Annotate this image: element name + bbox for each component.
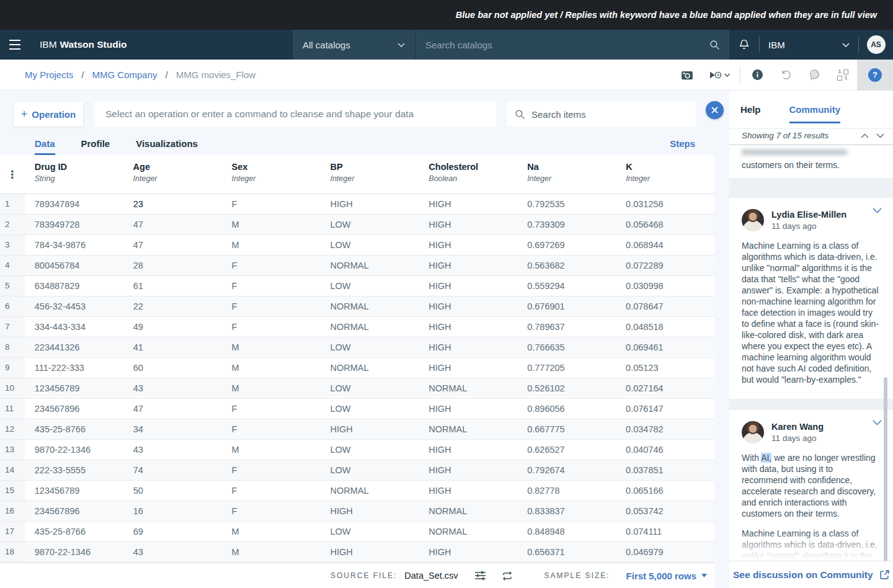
table-cell: HIGH — [320, 542, 419, 562]
tab-community[interactable]: Community — [789, 91, 841, 128]
table-cell: F — [222, 317, 321, 337]
breadcrumb-separator: / — [166, 69, 168, 80]
notifications-icon[interactable] — [729, 30, 759, 60]
table-cell: 0.069461 — [616, 337, 714, 357]
catalog-selector[interactable]: All catalogs — [293, 30, 415, 60]
table-cell: 47 — [123, 235, 222, 255]
tab-help[interactable]: Help — [740, 91, 761, 128]
row-number: 18 — [0, 542, 25, 562]
table-footer: SOURCE FILE: Data_Set.csv SAMPLE SIZE: F… — [0, 563, 714, 588]
table-cell: 60 — [123, 358, 222, 378]
table-cell: LOW — [320, 399, 419, 419]
chevron-down-icon[interactable] — [873, 420, 882, 425]
breadcrumb-my-projects[interactable]: My Projects — [25, 69, 73, 80]
table-cell: NORMAL — [419, 522, 517, 541]
row-number: 3 — [0, 235, 25, 255]
table-cell: HIGH — [419, 481, 517, 501]
run-history-icon[interactable] — [701, 60, 737, 91]
command-input[interactable] — [94, 102, 496, 127]
search-icon[interactable] — [700, 30, 729, 60]
search-items-box — [507, 102, 696, 127]
table-cell: 0.068944 — [616, 235, 714, 255]
settings-adjust-icon[interactable] — [474, 571, 486, 581]
comments-icon[interactable] — [800, 60, 829, 91]
chevron-down-icon[interactable] — [873, 208, 882, 213]
table-cell: F — [222, 460, 321, 480]
table-cell: M — [222, 542, 321, 562]
snapshot-icon[interactable] — [673, 60, 701, 91]
row-number: 6 — [0, 296, 25, 316]
user-avatar[interactable]: AS — [859, 35, 893, 54]
column-header[interactable]: KInteger — [616, 155, 714, 194]
table-cell: F — [222, 501, 321, 521]
overflow-menu-icon[interactable]: ⋮ — [0, 155, 25, 194]
table-cell: HIGH — [419, 194, 517, 214]
repeat-icon[interactable] — [501, 571, 513, 581]
table-cell: HIGH — [419, 460, 517, 480]
scrollbar-thumb[interactable] — [884, 377, 887, 561]
table-cell: M — [222, 378, 321, 398]
tab-visualizations[interactable]: Visualizations — [136, 131, 198, 155]
undo-icon[interactable] — [771, 60, 800, 91]
table-cell: 0.667775 — [517, 419, 616, 439]
tab-data[interactable]: Data — [35, 131, 55, 155]
breadcrumb-project[interactable]: MMG Company — [92, 69, 158, 80]
row-number: 9 — [0, 358, 25, 378]
steps-link[interactable]: Steps — [670, 138, 695, 149]
column-header[interactable]: CholesterolBoolean — [419, 155, 517, 194]
community-discussion-link[interactable]: See discussion on Community — [733, 569, 873, 581]
tab-profile[interactable]: Profile — [81, 131, 110, 155]
add-operation-button[interactable]: + Operation — [14, 102, 83, 127]
info-icon[interactable] — [743, 60, 771, 91]
account-switcher[interactable]: IBM — [760, 40, 858, 50]
table-cell: 0.792535 — [517, 194, 616, 214]
table-cell: 0.065166 — [616, 481, 714, 501]
column-header[interactable]: SexInteger — [222, 155, 321, 194]
table-cell: 74 — [123, 460, 222, 480]
table-row: 563488782961FLOWHIGH0.5592940.030998 — [0, 276, 714, 296]
column-header[interactable]: Drug IDString — [25, 155, 123, 194]
table-cell: HIGH — [419, 317, 517, 337]
column-header[interactable]: BPInteger — [320, 155, 419, 194]
row-number: 1 — [0, 194, 25, 214]
community-card: Lydia Elise-Millen 11 days ago Machine L… — [729, 198, 893, 399]
table-cell: 0.896056 — [517, 399, 616, 419]
comment-date: 11 days ago — [771, 434, 824, 443]
row-number: 8 — [0, 337, 25, 357]
table-cell: HIGH — [419, 440, 517, 460]
table-cell: 0.559294 — [517, 276, 616, 296]
table-cell: 0.526102 — [517, 378, 616, 398]
search-items-input[interactable] — [531, 109, 688, 120]
column-header[interactable]: NaInteger — [517, 155, 616, 194]
table-cell: 0.037851 — [616, 460, 714, 480]
caret-down-icon — [701, 574, 707, 577]
table-cell: 49 — [123, 317, 222, 337]
table-cell: LOW — [320, 276, 419, 296]
chevron-up-icon[interactable] — [861, 133, 869, 138]
table-cell: 43 — [123, 378, 222, 398]
chevron-down-icon[interactable] — [876, 133, 884, 138]
table-cell: M — [222, 440, 321, 460]
table-cell: NORMAL — [320, 317, 419, 337]
community-results-list: customers on their terms. Lydia Elise-Mi… — [729, 145, 893, 561]
table-cell: 0.034782 — [616, 419, 714, 439]
row-number: 7 — [0, 317, 25, 337]
external-link-icon — [879, 569, 890, 580]
table-cell: 0.563682 — [517, 256, 616, 275]
close-icon[interactable] — [706, 101, 724, 119]
menu-icon[interactable] — [0, 30, 30, 60]
sample-size-selector[interactable]: First 5,000 rows — [626, 571, 707, 581]
table-cell: 0.739309 — [517, 215, 616, 234]
binary-grid-icon[interactable]: 11 — [829, 60, 857, 91]
table-cell: HIGH — [419, 215, 517, 234]
table-row: 1623456789616FHIGHNORMAL0.8338370.053742 — [0, 501, 714, 522]
table-cell: 69 — [123, 522, 222, 541]
table-cell: LOW — [320, 378, 419, 398]
catalog-search-input[interactable] — [415, 30, 700, 60]
table-cell: 456-32-4453 — [25, 296, 123, 316]
table-cell: 0.040746 — [616, 440, 714, 460]
breadcrumb: My Projects / MMG Company / MMG movies_F… — [0, 60, 255, 90]
column-header[interactable]: AgeInteger — [123, 155, 222, 194]
table-cell: 9870-22-1346 — [25, 440, 123, 460]
help-icon[interactable]: ? — [857, 60, 893, 91]
